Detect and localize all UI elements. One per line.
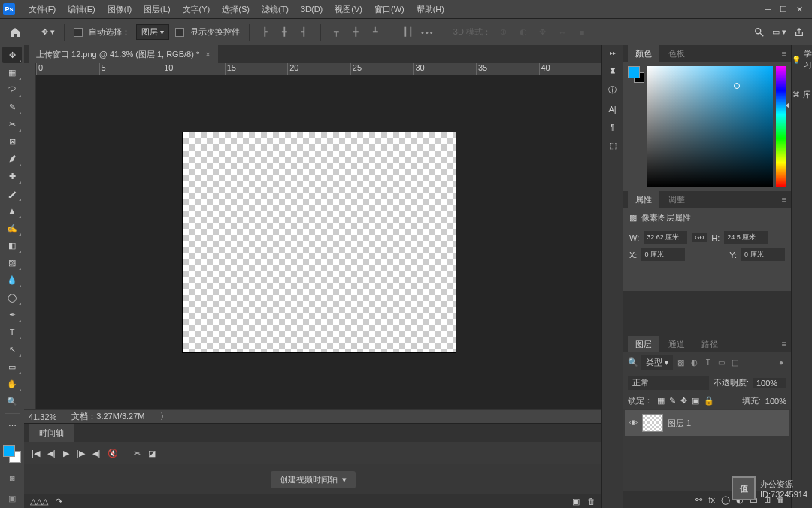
adjustments-tab[interactable]: 调整 — [661, 191, 692, 208]
group-icon[interactable]: 🗀 — [750, 495, 758, 504]
align-left-icon[interactable]: ┣ — [259, 26, 272, 39]
fx-icon[interactable]: fx — [708, 495, 715, 504]
filter-toggle-icon[interactable]: ● — [776, 357, 786, 368]
align-top-icon[interactable]: ┯ — [330, 26, 344, 39]
menu-help[interactable]: 帮助(H) — [411, 0, 450, 18]
paths-tab[interactable]: 路径 — [694, 336, 726, 352]
more-options-icon[interactable]: ••• — [421, 26, 435, 39]
canvas[interactable] — [182, 132, 456, 353]
next-frame-icon[interactable]: |▶ — [77, 449, 85, 458]
link-wh-icon[interactable]: GĐ — [692, 233, 707, 242]
zoom-tool[interactable]: 🔍 — [2, 393, 22, 409]
status-arrow-icon[interactable]: 〉 — [160, 411, 168, 422]
opacity-field[interactable]: 100% — [753, 378, 786, 388]
visibility-icon[interactable]: 👁 — [629, 418, 638, 427]
filter-kind-icon[interactable]: 🔍 — [628, 357, 638, 367]
menu-view[interactable]: 视图(V) — [329, 0, 368, 18]
new-layer-icon[interactable]: ⊞ — [764, 495, 771, 505]
layers-tab[interactable]: 图层 — [628, 336, 659, 352]
panel-menu-icon[interactable]: ≡ — [782, 339, 786, 348]
expand-icon[interactable]: ▸▸ — [610, 50, 616, 56]
share-icon[interactable] — [794, 27, 804, 38]
create-video-timeline-button[interactable]: 创建视频时间轴▾ — [271, 471, 356, 488]
pen-tool[interactable]: ✒ — [2, 306, 22, 323]
dodge-tool[interactable]: ◯ — [2, 289, 22, 306]
gradient-tool[interactable]: ▨ — [2, 254, 22, 271]
panel-menu-icon[interactable]: ≡ — [782, 195, 786, 204]
mask-icon[interactable]: ◯ — [721, 495, 730, 505]
close-tab-icon[interactable]: × — [205, 45, 210, 63]
timeline-zoom-slider[interactable]: △△△ — [30, 497, 48, 506]
color-swatches[interactable] — [3, 445, 21, 463]
stamp-tool[interactable]: ▲ — [2, 202, 22, 219]
lock-position-icon[interactable]: ✥ — [680, 396, 687, 406]
library-button[interactable]: ⌘库 — [792, 89, 811, 100]
adjustment-icon[interactable]: ◐ — [736, 495, 744, 505]
timeline-tab[interactable]: 时间轴 — [29, 424, 74, 442]
layer-filter-kind[interactable]: 类型 ▾ — [641, 355, 673, 370]
channels-tab[interactable]: 通道 — [661, 336, 692, 352]
lock-all-icon[interactable]: 🔒 — [704, 396, 714, 406]
3d-panel-icon[interactable]: ⬚ — [609, 141, 617, 151]
x-field[interactable]: 0 厘米 — [641, 248, 685, 261]
properties-tab[interactable]: 属性 — [628, 191, 659, 208]
height-field[interactable]: 24.5 厘米 — [724, 231, 768, 244]
layer-name[interactable]: 图层 1 — [668, 418, 691, 429]
prev-frame-icon[interactable]: ◀| — [47, 449, 56, 458]
align-right-icon[interactable]: ┫ — [298, 26, 311, 39]
last-frame-icon[interactable]: ◀| — [92, 449, 101, 458]
filter-shape-icon[interactable]: ▭ — [717, 357, 727, 368]
type-tool[interactable]: T — [2, 324, 22, 340]
auto-select-target[interactable]: 图层 ▾ — [136, 24, 169, 40]
lock-pixels-icon[interactable]: ✎ — [669, 396, 676, 406]
brush-tool[interactable] — [2, 185, 22, 202]
frame-tool[interactable]: ⊠ — [2, 133, 22, 150]
foreground-color[interactable] — [3, 445, 15, 457]
color-tab[interactable]: 颜色 — [628, 45, 659, 62]
layer-row[interactable]: 👁 图层 1 — [625, 410, 789, 436]
doc-size[interactable]: 文档：3.27M/3.27M — [71, 411, 144, 422]
minimize-icon[interactable]: ─ — [765, 5, 771, 14]
workspace-icon[interactable]: ▭ ▾ — [772, 27, 786, 37]
audio-icon[interactable]: 🔇 — [108, 449, 118, 458]
menu-image[interactable]: 图像(I) — [102, 0, 138, 18]
filter-pixel-icon[interactable]: ▩ — [676, 357, 686, 368]
split-icon[interactable]: ✂ — [134, 449, 141, 458]
menu-type[interactable]: 文字(Y) — [177, 0, 217, 18]
healing-tool[interactable]: ✚ — [2, 168, 22, 184]
play-icon[interactable]: ▶ — [63, 449, 69, 458]
lock-transparent-icon[interactable]: ▦ — [657, 396, 665, 406]
timeline-trash-icon[interactable]: 🗑 — [587, 497, 595, 506]
y-field[interactable]: 0 厘米 — [741, 248, 785, 261]
align-bottom-icon[interactable]: ┷ — [369, 26, 383, 39]
color-mini-swatch[interactable] — [628, 66, 644, 83]
search-icon[interactable] — [754, 27, 765, 38]
close-icon[interactable]: ✕ — [796, 5, 803, 14]
move-tool[interactable]: ✥ — [2, 47, 22, 63]
layer-thumbnail[interactable] — [642, 414, 663, 432]
filter-adjust-icon[interactable]: ◐ — [689, 357, 700, 368]
paragraph-icon[interactable]: ¶ — [611, 123, 615, 132]
history-brush-tool[interactable]: ✍ — [2, 220, 22, 236]
eraser-tool[interactable]: ◧ — [2, 237, 22, 254]
quickmask-icon[interactable]: ◙ — [3, 470, 21, 486]
marquee-tool[interactable]: ▦ — [2, 64, 22, 81]
timeline-render-icon[interactable]: ▣ — [572, 497, 580, 506]
link-layers-icon[interactable]: ⚯ — [695, 495, 702, 505]
edit-toolbar-icon[interactable]: ⋯ — [2, 418, 22, 434]
menu-layer[interactable]: 图层(L) — [138, 0, 176, 18]
show-transform-checkbox[interactable] — [175, 28, 184, 37]
path-select-tool[interactable]: ↖ — [2, 341, 22, 357]
crop-tool[interactable]: ✂ — [2, 116, 22, 132]
first-frame-icon[interactable]: |◀ — [32, 449, 40, 458]
menu-select[interactable]: 选择(S) — [216, 0, 256, 18]
lasso-tool[interactable] — [2, 81, 22, 98]
width-field[interactable]: 32.62 厘米 — [644, 231, 687, 244]
zoom-level[interactable]: 41.32% — [29, 412, 56, 421]
lock-artboard-icon[interactable]: ▣ — [692, 396, 699, 406]
document-tab[interactable]: 上传窗口 12.png @ 41.3% (图层 1, RGB/8) * × — [29, 45, 218, 63]
info-icon[interactable]: ⓘ — [608, 84, 617, 96]
character-icon[interactable]: A| — [608, 105, 616, 114]
hand-tool[interactable]: ✋ — [2, 376, 22, 392]
blend-mode[interactable]: 正常 — [628, 376, 709, 390]
